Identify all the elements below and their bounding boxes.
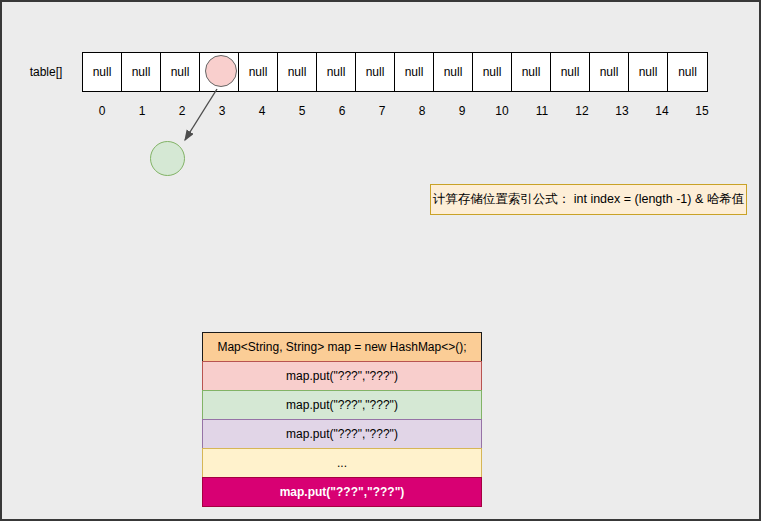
index-label: 9 [442, 104, 482, 118]
index-label: 11 [522, 104, 562, 118]
table-cell: null [668, 53, 707, 91]
index-label: 14 [642, 104, 682, 118]
code-row: map.put("???","???") [202, 419, 482, 449]
code-row: Map<String, String> map = new HashMap<>(… [202, 332, 482, 362]
index-label: 1 [122, 104, 162, 118]
table-cell: null [473, 53, 512, 91]
diagram-canvas: table[] nullnullnullnullnullnullnullnull… [0, 0, 761, 521]
index-label: 2 [162, 104, 202, 118]
table-cell: null [356, 53, 395, 91]
index-label: 13 [602, 104, 642, 118]
table-cell: null [278, 53, 317, 91]
index-label: 0 [82, 104, 122, 118]
index-label: 7 [362, 104, 402, 118]
index-label: 8 [402, 104, 442, 118]
hash-table-row: nullnullnullnullnullnullnullnullnullnull… [82, 52, 708, 92]
code-row: ... [202, 448, 482, 478]
index-formula-note: 计算存储位置索引公式： int index = (length -1) & 哈希… [430, 184, 747, 215]
table-cell: null [551, 53, 590, 91]
index-label: 10 [482, 104, 522, 118]
index-label: 3 [202, 104, 242, 118]
linked-node-circle [150, 141, 185, 176]
index-label: 5 [282, 104, 322, 118]
index-label: 6 [322, 104, 362, 118]
table-cell: null [83, 53, 122, 91]
table-cell: null [122, 53, 161, 91]
code-row: map.put("???","???") [202, 390, 482, 420]
index-label-row: 0123456789101112131415 [82, 104, 722, 118]
code-row: map.put("???","???") [202, 361, 482, 391]
table-cell: null [629, 53, 668, 91]
table-cell: null [239, 53, 278, 91]
table-array-label: table[] [18, 58, 74, 86]
table-cell: null [161, 53, 200, 91]
table-cell: null [395, 53, 434, 91]
table-cell: null [590, 53, 629, 91]
table-cell: null [434, 53, 473, 91]
index-label: 15 [682, 104, 722, 118]
hash-entry-circle [205, 55, 237, 87]
table-cell: null [512, 53, 551, 91]
code-row: map.put("???","???") [202, 477, 482, 507]
code-stack: Map<String, String> map = new HashMap<>(… [202, 332, 482, 507]
index-label: 4 [242, 104, 282, 118]
index-label: 12 [562, 104, 602, 118]
table-cell: null [317, 53, 356, 91]
